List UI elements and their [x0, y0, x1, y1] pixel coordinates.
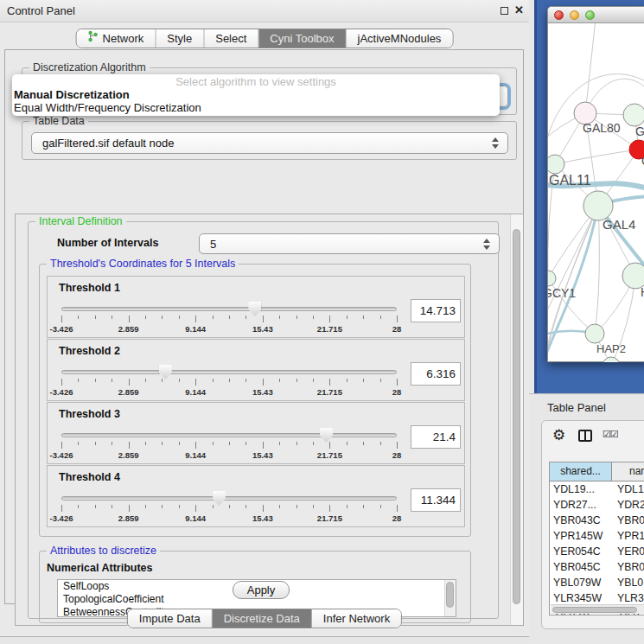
tick-mark — [296, 442, 297, 445]
tick-mark — [263, 442, 264, 449]
threshold-value-field[interactable]: 6.316 — [411, 362, 461, 386]
tab-cyni-toolbox[interactable]: Cyni Toolbox — [258, 29, 346, 48]
settings-scrollbar[interactable] — [510, 214, 523, 625]
tick-mark — [397, 379, 398, 386]
tab-style[interactable]: Style — [156, 29, 204, 48]
network-node-label: GAL11 — [549, 173, 591, 188]
apply-button[interactable]: Apply — [233, 581, 290, 599]
tick-label: 21.715 — [317, 513, 342, 523]
threshold-label: Threshold 4 — [59, 471, 120, 483]
tick-mark — [213, 379, 214, 382]
tick-mark — [313, 316, 314, 319]
tick-label: 28 — [392, 324, 402, 334]
tab-network[interactable]: Network — [77, 29, 156, 48]
tab-discretize-data[interactable]: Discretize Data — [213, 609, 312, 628]
number-of-intervals-combobox[interactable]: 5 — [199, 233, 500, 254]
dropdown-option[interactable]: Equal Width/Frequency Discretization — [12, 101, 500, 114]
zoom-traffic-light[interactable] — [585, 10, 595, 20]
tick-mark — [95, 442, 96, 445]
tick-label: 15.43 — [252, 387, 273, 397]
tick-mark — [380, 379, 381, 382]
tab-infer-network[interactable]: Infer Network — [312, 609, 401, 628]
control-panel: Control Panel ✕ NetworkStyleSelectCyni T… — [0, 0, 529, 637]
table-row[interactable]: YDR27...YDR2 — [550, 497, 644, 513]
combo-arrows-icon — [483, 239, 491, 250]
scrollbar-thumb[interactable] — [513, 229, 520, 604]
table-row[interactable]: YBL079WYBL0 — [550, 575, 644, 590]
cell-name: YBR0 — [612, 559, 644, 575]
network-node[interactable] — [548, 155, 564, 174]
table-row[interactable]: YDL19...YDL1 — [550, 481, 644, 497]
tick-mark — [179, 505, 180, 508]
close-traffic-light[interactable] — [554, 10, 564, 20]
tick-mark — [263, 379, 264, 386]
network-node[interactable] — [583, 191, 613, 220]
scrollbar-thumb[interactable] — [446, 582, 454, 608]
slider-thumb[interactable] — [213, 491, 226, 506]
tab-label: Cyni Toolbox — [270, 29, 334, 48]
slider-track[interactable] — [61, 496, 397, 501]
node-attribute-table[interactable]: shared... name YDL19...YDL1YDR27...YDR2Y… — [549, 462, 644, 615]
tick-mark — [195, 316, 196, 322]
tab-jactivemnodules[interactable]: jActiveMNodules — [347, 29, 453, 48]
network-node[interactable] — [623, 104, 644, 126]
table-horizontal-scrollbar[interactable] — [551, 604, 644, 614]
tab-label: Style — [167, 29, 192, 48]
column-header-shared[interactable]: shared... — [550, 462, 612, 481]
split-column-icon[interactable] — [578, 430, 592, 442]
tick-label: 28 — [392, 387, 402, 397]
slider-thumb[interactable] — [320, 428, 333, 443]
network-canvas[interactable]: GAL80GACGAL11GAL4GCY1HHAP2 — [548, 23, 644, 362]
table-data-combobox[interactable]: galFiltered.sif default node — [31, 132, 508, 154]
dropdown-option[interactable]: Manual Discretization — [12, 88, 500, 101]
slider-thumb[interactable] — [159, 365, 172, 379]
tick-mark — [95, 505, 96, 508]
table-row[interactable]: YER054CYER0 — [550, 544, 644, 559]
threshold-label: Threshold 1 — [59, 282, 120, 294]
control-panel-tabs: NetworkStyleSelectCyni ToolboxjActiveMNo… — [76, 29, 454, 48]
tick-mark — [145, 442, 146, 445]
network-window-titlebar[interactable] — [548, 7, 644, 23]
tab-impute-data[interactable]: Impute Data — [128, 609, 213, 628]
attributes-scrollbar[interactable] — [444, 580, 456, 616]
tick-label: -3.426 — [50, 450, 73, 460]
cell-name: YBL0 — [612, 575, 644, 590]
tick-mark — [145, 505, 146, 508]
slider-ticks — [61, 505, 397, 513]
tick-mark — [129, 316, 130, 322]
minimize-traffic-light[interactable] — [570, 10, 579, 20]
table-row[interactable]: YBR045CYBR0 — [550, 559, 644, 575]
close-icon[interactable]: ✕ — [514, 3, 524, 16]
float-window-icon[interactable] — [501, 7, 508, 15]
threshold-value-field[interactable]: 21.4 — [411, 425, 461, 449]
cell-shared-name: YDL19... — [550, 481, 612, 497]
network-node[interactable] — [585, 324, 604, 343]
network-node[interactable] — [548, 271, 556, 286]
table-data-value: galFiltered.sif default node — [32, 133, 507, 153]
scrollbar-thumb[interactable] — [552, 607, 637, 613]
tick-mark — [380, 505, 381, 508]
select-columns-icon[interactable]: ☑☑ — [603, 429, 618, 440]
slider-track[interactable] — [61, 370, 397, 374]
network-node-label: GAL80 — [583, 121, 621, 135]
tick-mark — [162, 442, 163, 445]
number-of-intervals-label: Number of Intervals — [57, 237, 158, 249]
slider-thumb[interactable] — [248, 302, 261, 316]
tick-mark — [61, 316, 62, 322]
tab-select[interactable]: Select — [204, 29, 258, 48]
tab-label: Infer Network — [323, 609, 390, 628]
threshold-value-field[interactable]: 14.713 — [411, 299, 461, 322]
panel-title: Control Panel — [7, 4, 75, 17]
threshold-value-field[interactable]: 11.344 — [411, 488, 461, 512]
tick-mark — [229, 316, 230, 319]
table-row[interactable]: YPR145WYPR1 — [550, 528, 644, 544]
table-row[interactable]: YBR043CYBR0 — [550, 513, 644, 528]
gear-icon[interactable]: ⚙ — [552, 426, 565, 444]
slider-track[interactable] — [61, 307, 397, 311]
network-node[interactable] — [603, 357, 620, 362]
slider-track[interactable] — [61, 433, 397, 437]
cell-shared-name: YBR045C — [550, 559, 612, 575]
column-header-name[interactable]: name — [612, 462, 644, 481]
cell-shared-name: YBR043C — [550, 513, 612, 528]
tick-mark — [229, 442, 230, 445]
